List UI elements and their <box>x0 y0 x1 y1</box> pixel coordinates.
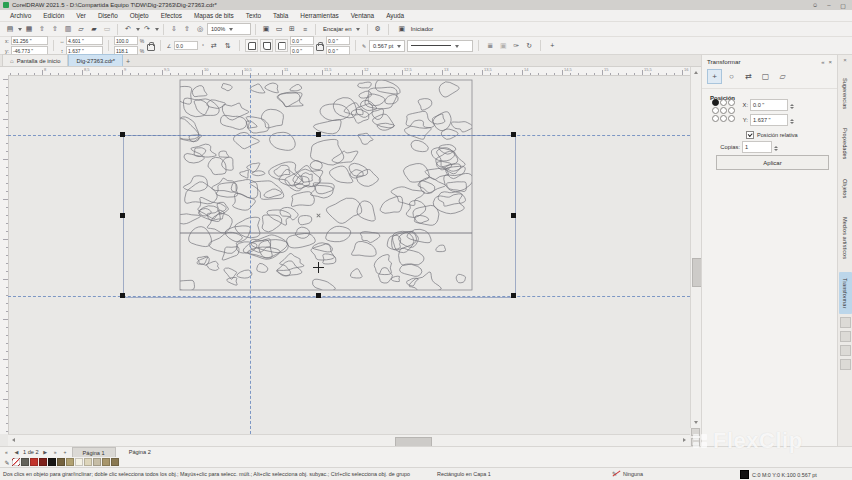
convert-outline-icon[interactable]: ↻ <box>523 40 535 52</box>
color-swatch-3[interactable] <box>48 458 56 466</box>
transform-mirror-icon[interactable]: ⇄ <box>741 69 756 84</box>
y-spinner[interactable] <box>790 116 796 125</box>
color-swatch-9[interactable] <box>102 458 110 466</box>
anchor-point-1[interactable] <box>720 99 727 106</box>
docker-quick-icon[interactable] <box>840 331 851 342</box>
anchor-point-6[interactable] <box>712 115 719 122</box>
color-swatch-4[interactable] <box>57 458 65 466</box>
rotation-angle-field[interactable]: 0.0 <box>174 41 198 50</box>
corner-radius-tr-field[interactable]: 0.0 " <box>326 36 350 45</box>
user-account-icon[interactable]: ☺ <box>809 1 821 9</box>
selection-handle-ne[interactable] <box>511 132 516 137</box>
transform-skew-icon[interactable]: ▱ <box>775 69 790 84</box>
copies-spinner[interactable] <box>774 143 780 152</box>
color-eyedropper-icon[interactable]: ✎ <box>3 458 11 466</box>
line-style-combo[interactable] <box>407 40 473 52</box>
color-swatch-5[interactable] <box>66 458 74 466</box>
minimize-icon[interactable]: – <box>823 1 835 9</box>
docker-quick-icon[interactable] <box>840 359 851 370</box>
snap-to-combo[interactable]: Encajar en <box>320 24 363 34</box>
docker-tab-sugerencias[interactable]: Sugerencias <box>839 72 852 115</box>
edit-fill-icon[interactable]: ✑ <box>510 40 522 52</box>
redo-icon[interactable]: ↷ <box>141 23 153 35</box>
new-document-tab-button[interactable]: + <box>123 56 133 66</box>
selection-handle-nw[interactable] <box>120 132 125 137</box>
docker-quick-icon[interactable] <box>840 317 851 328</box>
scroll-up-icon[interactable] <box>694 69 698 74</box>
color-swatch-2[interactable] <box>39 458 47 466</box>
round-corner-button[interactable] <box>245 39 258 52</box>
anchor-point-3[interactable] <box>712 107 719 114</box>
to-front-icon[interactable]: ▣ <box>497 40 509 52</box>
canvas[interactable] <box>8 75 690 434</box>
color-swatch-6[interactable] <box>75 458 83 466</box>
x-spinner[interactable] <box>790 101 796 110</box>
mirror-horizontal-icon[interactable]: ⇄ <box>208 40 220 52</box>
show-grid-icon[interactable]: ⊞ <box>286 23 298 35</box>
color-swatch-0[interactable] <box>21 458 29 466</box>
save-icon[interactable]: ▦ <box>23 23 35 35</box>
corner-radius-tl-field[interactable]: 0.0 " <box>290 36 314 45</box>
selection-handle-n[interactable] <box>316 132 321 137</box>
menu-dise-o[interactable]: Diseño <box>92 10 124 21</box>
last-page-icon[interactable]: » <box>52 449 59 455</box>
menu-tabla[interactable]: Tabla <box>267 10 294 21</box>
relative-position-checkbox[interactable] <box>746 131 754 139</box>
menu-archivo[interactable]: Archivo <box>4 10 37 21</box>
maximize-icon[interactable]: ▢ <box>837 1 849 9</box>
launcher-button[interactable]: ▣Iniciador <box>393 24 437 34</box>
copies-field[interactable]: 1 <box>742 141 772 153</box>
fullscreen-preview-icon[interactable]: ▣ <box>260 23 272 35</box>
object-x-field[interactable]: 81.256 " <box>11 36 48 45</box>
scalloped-corner-button[interactable] <box>260 39 273 52</box>
document-tab-pantalla-de-inicio[interactable]: ⌂Pantalla de inicio <box>2 54 68 66</box>
chamfered-corner-button[interactable] <box>275 39 288 52</box>
paste-icon[interactable]: ▰ <box>88 23 100 35</box>
print-icon[interactable]: ▥ <box>62 23 74 35</box>
show-guidelines-icon[interactable]: ≡ <box>299 23 311 35</box>
menu-edici-n[interactable]: Edición <box>37 10 70 21</box>
anchor-point-8[interactable] <box>728 115 735 122</box>
wrap-text-icon[interactable]: ≣ <box>484 40 496 52</box>
apply-button[interactable]: Aplicar <box>716 155 829 170</box>
undo-icon[interactable]: ↶ <box>122 23 134 35</box>
menu-herramientas[interactable]: Herramientas <box>294 10 344 21</box>
menu-ver[interactable]: Ver <box>70 10 92 21</box>
menu-efectos[interactable]: Efectos <box>155 10 188 21</box>
anchor-point-7[interactable] <box>720 115 727 122</box>
no-color-swatch[interactable] <box>12 458 20 466</box>
docker-x-field[interactable]: 0.0 " <box>750 99 788 111</box>
menu-objeto[interactable]: Objeto <box>124 10 155 21</box>
copy-icon[interactable]: ▱ <box>75 23 87 35</box>
selection-handle-s[interactable] <box>316 293 321 298</box>
menu-ayuda[interactable]: Ayuda <box>380 10 410 21</box>
quick-customize-icon[interactable]: + <box>546 40 558 52</box>
outline-width-combo[interactable]: 0.567 pt <box>369 40 405 52</box>
anchor-point-2[interactable] <box>728 99 735 106</box>
docker-tab-transformar[interactable]: Transformar <box>839 272 852 314</box>
scale-x-field[interactable]: 100.0 <box>114 36 138 45</box>
transform-rotate-icon[interactable]: ○ <box>724 69 739 84</box>
selection-handle-se[interactable] <box>511 293 516 298</box>
outline-color-swatch[interactable] <box>740 470 749 479</box>
object-width-field[interactable]: 4.601 " <box>66 36 103 45</box>
scroll-down-icon[interactable] <box>694 421 698 426</box>
color-swatch-10[interactable] <box>111 458 119 466</box>
scroll-right-icon[interactable] <box>683 438 688 442</box>
color-swatch-7[interactable] <box>84 458 92 466</box>
transform-position-icon[interactable]: + <box>707 69 722 84</box>
menu-mapas-de-bits[interactable]: Mapas de bits <box>188 10 240 21</box>
anchor-point-5[interactable] <box>728 107 735 114</box>
import-icon[interactable]: ⇧ <box>36 23 48 35</box>
close-strip-icon[interactable]: × <box>843 55 847 65</box>
duplicate-icon[interactable]: ▭ <box>101 23 113 35</box>
zoom-tool-icon[interactable]: ◎ <box>194 23 206 35</box>
selection-handle-e[interactable] <box>511 213 516 218</box>
export-icon[interactable]: ⇧ <box>49 23 61 35</box>
lock-ratio-icon[interactable] <box>147 44 155 51</box>
new-document-icon[interactable]: ▤ <box>4 23 16 35</box>
document-navigator-buttons[interactable] <box>690 428 701 446</box>
add-page-icon[interactable]: + <box>62 449 69 455</box>
page-tab-p-gina-2[interactable]: Página 2 <box>119 447 161 457</box>
docker-tab-propiedades[interactable]: Propiedades <box>839 122 852 165</box>
